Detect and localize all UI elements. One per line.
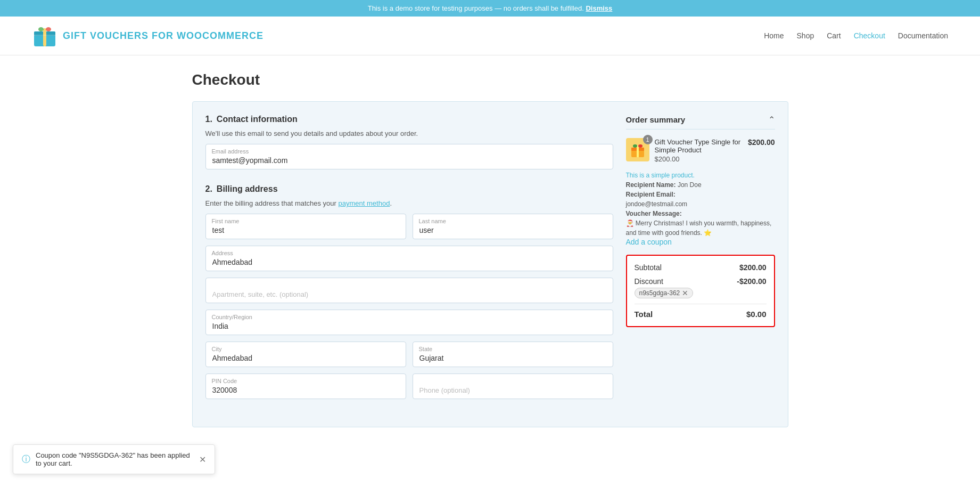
- order-item: 1 Gift Voucher Type Single for Simple Pr…: [626, 138, 775, 163]
- coupon-remove-button[interactable]: ✕: [682, 289, 688, 297]
- billing-section-title: 2. Billing address: [205, 184, 613, 194]
- nav-home[interactable]: Home: [764, 31, 784, 40]
- site-header: GIFT VOUCHERS FOR WOOCOMMERCE Home Shop …: [0, 17, 980, 55]
- contact-subtitle: We'll use this email to send you details…: [205, 129, 613, 137]
- svg-point-10: [638, 144, 643, 148]
- discount-right: -$200.00: [737, 277, 766, 286]
- order-summary-title: Order summary: [626, 115, 686, 124]
- first-name-group: First name: [205, 214, 406, 239]
- nav-checkout[interactable]: Checkout: [854, 31, 885, 40]
- nav-documentation[interactable]: Documentation: [898, 31, 948, 40]
- billing-subtitle: Enter the billing address that matches y…: [205, 199, 613, 207]
- pin-group: PIN Code: [205, 374, 406, 399]
- phone-group: [413, 374, 613, 399]
- country-group: Country/Region: [205, 310, 613, 335]
- last-name-input[interactable]: [413, 214, 613, 239]
- svg-rect-8: [637, 145, 639, 157]
- order-item-image-wrap: 1: [626, 138, 649, 161]
- add-coupon-link[interactable]: Add a coupon: [626, 238, 775, 246]
- total-row: Total $0.00: [635, 304, 767, 319]
- city-state-row: City State: [205, 342, 613, 367]
- recipient-name-line: Recipient Name: Jon Doe: [626, 180, 775, 190]
- phone-input[interactable]: [413, 374, 613, 399]
- nav-cart[interactable]: Cart: [827, 31, 841, 40]
- demo-banner: This is a demo store for testing purpose…: [0, 0, 980, 17]
- country-row: Country/Region: [205, 310, 613, 335]
- order-item-meta: This is a simple product. Recipient Name…: [626, 171, 775, 238]
- page-title: Checkout: [192, 71, 788, 88]
- city-input[interactable]: [205, 342, 406, 367]
- recipient-email-line: Recipient Email: jondoe@testmail.com: [626, 190, 775, 209]
- subtotal-label: Subtotal: [635, 263, 662, 272]
- email-group: Email address: [205, 144, 613, 169]
- svg-point-4: [46, 27, 51, 31]
- banner-text: This is a demo store for testing purpose…: [368, 4, 584, 12]
- page-content: Checkout 1. Contact information We'll us…: [171, 55, 810, 443]
- discount-left: Discount n9s5gdga-362 ✕: [635, 277, 694, 298]
- discount-label: Discount: [635, 277, 694, 286]
- order-item-total: $200.00: [748, 138, 775, 163]
- gift-icon: [629, 141, 646, 158]
- discount-row: Discount n9s5gdga-362 ✕ -$200.00: [635, 277, 767, 298]
- state-input[interactable]: [413, 342, 613, 367]
- summary-totals: Subtotal $200.00 Discount n9s5gdga-362 ✕…: [626, 255, 775, 327]
- checkout-wrapper: 1. Contact information We'll use this em…: [192, 101, 788, 427]
- pin-phone-row: PIN Code: [205, 374, 613, 399]
- subtotal-value: $200.00: [739, 263, 767, 272]
- order-item-price-line: $200.00: [655, 155, 743, 163]
- order-item-note: This is a simple product.: [626, 171, 775, 180]
- order-item-details: Gift Voucher Type Single for Simple Prod…: [655, 138, 743, 163]
- billing-section: 2. Billing address Enter the billing add…: [205, 184, 613, 399]
- svg-point-3: [38, 27, 44, 31]
- site-logo: GIFT VOUCHERS FOR WOOCOMMERCE: [32, 23, 263, 48]
- voucher-message-line: Voucher Message: 🎅 Merry Christmas! I wi…: [626, 209, 775, 238]
- order-summary-sidebar: Order summary ⌃: [626, 115, 775, 414]
- coupon-tag: n9s5gdga-362 ✕: [635, 288, 694, 298]
- coupon-code: n9s5gdga-362: [639, 289, 680, 297]
- order-summary-header: Order summary ⌃: [626, 115, 775, 129]
- svg-point-9: [633, 144, 637, 148]
- order-item-name: Gift Voucher Type Single for Simple Prod…: [655, 138, 743, 154]
- address-group: Address: [205, 246, 613, 271]
- apt-row: [205, 278, 613, 303]
- order-item-badge: 1: [643, 135, 653, 144]
- payment-method-link[interactable]: payment method: [339, 199, 390, 207]
- apt-group: [205, 278, 613, 303]
- svg-rect-2: [43, 28, 46, 46]
- email-row: Email address: [205, 144, 613, 169]
- email-input[interactable]: [205, 144, 613, 169]
- collapse-icon[interactable]: ⌃: [768, 115, 775, 125]
- checkout-main: 1. Contact information We'll use this em…: [205, 115, 613, 414]
- country-input[interactable]: [205, 310, 613, 335]
- site-title: GIFT VOUCHERS FOR WOOCOMMERCE: [63, 30, 263, 42]
- site-nav: Home Shop Cart Checkout Documentation: [764, 31, 948, 40]
- city-group: City: [205, 342, 406, 367]
- discount-value: -$200.00: [737, 277, 766, 286]
- apt-input[interactable]: [205, 278, 613, 303]
- subtotal-row: Subtotal $200.00: [635, 263, 767, 272]
- contact-section-title: 1. Contact information: [205, 115, 613, 124]
- total-label: Total: [635, 310, 653, 319]
- first-name-input[interactable]: [205, 214, 406, 239]
- name-row: First name Last name: [205, 214, 613, 239]
- pin-input[interactable]: [205, 374, 406, 399]
- logo-icon: [32, 23, 57, 48]
- svg-rect-5: [34, 35, 55, 36]
- dismiss-link[interactable]: Dismiss: [586, 4, 612, 12]
- state-group: State: [413, 342, 613, 367]
- nav-shop[interactable]: Shop: [797, 31, 814, 40]
- total-value: $0.00: [746, 310, 767, 319]
- contact-section: 1. Contact information We'll use this em…: [205, 115, 613, 169]
- last-name-group: Last name: [413, 214, 613, 239]
- address-row: Address: [205, 246, 613, 271]
- address-input[interactable]: [205, 246, 613, 271]
